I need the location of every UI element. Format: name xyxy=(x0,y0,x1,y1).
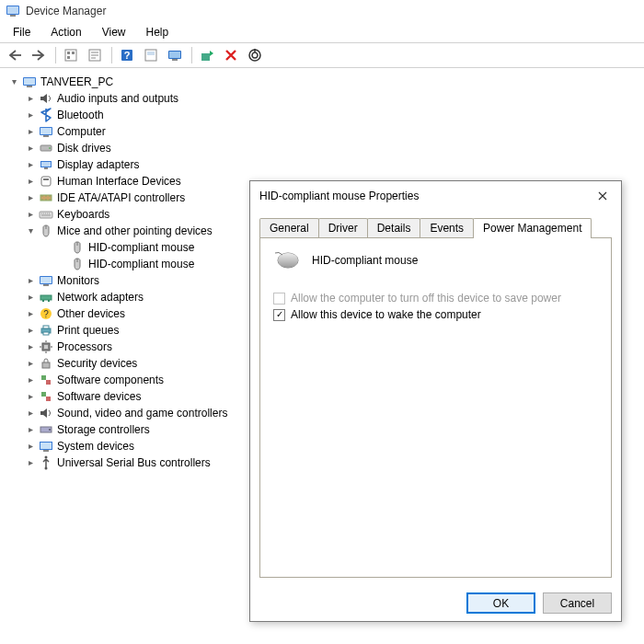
tree-node-display[interactable]: ▸Display adapters xyxy=(4,156,640,173)
tree-node-label: Disk drives xyxy=(57,140,111,156)
svg-rect-53 xyxy=(40,443,52,449)
tree-node-label: IDE ATA/ATAPI controllers xyxy=(57,190,185,206)
tree-node-audio[interactable]: ▸Audio inputs and outputs xyxy=(4,90,640,107)
menu-file[interactable]: File xyxy=(4,24,40,40)
tree-root[interactable]: ▾ TANVEER_PC xyxy=(4,74,640,90)
properties-dialog: HID-compliant mouse Properties General D… xyxy=(249,180,622,622)
speaker-icon xyxy=(39,91,53,106)
tab-events[interactable]: Events xyxy=(420,218,474,237)
close-button[interactable] xyxy=(592,187,614,205)
svg-rect-37 xyxy=(48,300,50,302)
tree-node-label: Mice and other pointing devices xyxy=(57,223,213,239)
disable-button[interactable] xyxy=(244,45,266,65)
svg-point-55 xyxy=(45,456,48,459)
svg-rect-4 xyxy=(67,52,70,54)
chevron-down-icon[interactable]: ▾ xyxy=(24,223,37,239)
cancel-button[interactable]: Cancel xyxy=(543,592,612,614)
svg-point-58 xyxy=(278,253,298,268)
svg-text:?: ? xyxy=(124,50,131,61)
tree-node-computer[interactable]: ▸Computer xyxy=(4,123,640,140)
tree-node-label: Security devices xyxy=(57,355,137,372)
tab-driver[interactable]: Driver xyxy=(318,218,368,237)
tree-node-label: Computer xyxy=(57,123,106,140)
svg-rect-35 xyxy=(40,295,52,300)
chevron-right-icon[interactable]: ▸ xyxy=(24,107,37,123)
svg-point-56 xyxy=(45,467,48,470)
mouse-icon xyxy=(39,224,53,238)
ok-button[interactable]: OK xyxy=(466,592,535,614)
svg-rect-22 xyxy=(43,135,49,137)
tab-general[interactable]: General xyxy=(259,218,319,237)
update-driver-button[interactable] xyxy=(196,45,218,65)
chevron-right-icon[interactable]: ▸ xyxy=(24,289,37,305)
chevron-right-icon[interactable]: ▸ xyxy=(24,322,37,339)
tree-node-label: Network adapters xyxy=(57,289,144,305)
tab-details[interactable]: Details xyxy=(367,218,421,237)
chevron-right-icon[interactable]: ▸ xyxy=(24,156,37,173)
tree-node-label: HID-compliant mouse xyxy=(88,239,194,256)
uninstall-button[interactable] xyxy=(220,45,242,65)
svg-text:?: ? xyxy=(43,309,49,319)
tab-strip: General Driver Details Events Power Mana… xyxy=(259,218,612,238)
nav-forward-button[interactable] xyxy=(28,45,50,65)
speaker-icon xyxy=(39,406,53,420)
menu-view[interactable]: View xyxy=(93,24,135,40)
tree-node-bluetooth[interactable]: ▸Bluetooth xyxy=(4,107,640,123)
tree-node-label: Sound, video and game controllers xyxy=(57,405,227,421)
tree-node-disk[interactable]: ▸Disk drives xyxy=(4,140,640,156)
chevron-right-icon[interactable]: ▸ xyxy=(24,355,37,372)
dialog-title: HID-compliant mouse Properties xyxy=(259,190,419,202)
chevron-right-icon[interactable]: ▸ xyxy=(24,305,37,322)
chevron-right-icon[interactable]: ▸ xyxy=(24,123,37,140)
chevron-right-icon[interactable]: ▸ xyxy=(24,90,37,107)
chevron-right-icon[interactable]: ▸ xyxy=(24,388,37,405)
device-header: HID-compliant mouse xyxy=(273,249,598,271)
tab-power-management[interactable]: Power Management xyxy=(473,218,592,238)
keyboard-icon xyxy=(39,207,53,222)
svg-rect-14 xyxy=(172,59,178,61)
svg-rect-29 xyxy=(43,178,49,180)
disk-icon xyxy=(39,141,53,155)
help-button[interactable]: ? xyxy=(116,45,138,65)
svg-rect-54 xyxy=(43,450,49,452)
display-adapter-icon xyxy=(39,157,53,172)
chevron-right-icon[interactable]: ▸ xyxy=(24,405,37,421)
chevron-right-icon[interactable]: ▸ xyxy=(24,206,37,223)
monitor-button[interactable] xyxy=(164,45,186,65)
scan-button[interactable] xyxy=(140,45,162,65)
chevron-right-icon[interactable]: ▸ xyxy=(24,454,37,471)
chevron-right-icon[interactable]: ▸ xyxy=(24,438,37,454)
toolbar: ? xyxy=(0,42,644,68)
tree-node-label: Bluetooth xyxy=(57,107,104,123)
title-bar: Device Manager xyxy=(0,0,644,22)
chevron-right-icon[interactable]: ▸ xyxy=(24,190,37,206)
chevron-down-icon[interactable]: ▾ xyxy=(7,74,20,90)
component-icon xyxy=(39,389,53,404)
menu-action[interactable]: Action xyxy=(41,24,90,40)
chevron-right-icon[interactable]: ▸ xyxy=(24,421,37,438)
dialog-title-bar[interactable]: HID-compliant mouse Properties xyxy=(250,181,621,211)
svg-point-24 xyxy=(49,147,51,149)
menu-bar: File Action View Help xyxy=(0,22,644,42)
checkbox-allow-wake[interactable]: ✓ Allow this device to wake the computer xyxy=(273,308,598,321)
tree-node-label: Audio inputs and outputs xyxy=(57,90,178,107)
mouse-icon xyxy=(70,240,85,255)
chevron-right-icon[interactable]: ▸ xyxy=(24,339,37,355)
nav-back-button[interactable] xyxy=(4,45,26,65)
usb-icon xyxy=(39,455,53,470)
svg-rect-41 xyxy=(43,326,49,328)
properties-button[interactable] xyxy=(84,45,106,65)
menu-help[interactable]: Help xyxy=(137,24,178,40)
tab-panel-power: HID-compliant mouse Allow the computer t… xyxy=(259,238,612,578)
chevron-right-icon[interactable]: ▸ xyxy=(24,372,37,388)
security-icon xyxy=(39,356,53,371)
show-hidden-button[interactable] xyxy=(60,45,82,65)
chevron-right-icon[interactable]: ▸ xyxy=(24,272,37,289)
chevron-right-icon[interactable]: ▸ xyxy=(24,173,37,190)
bluetooth-icon xyxy=(39,108,53,122)
svg-rect-11 xyxy=(147,52,155,55)
chevron-right-icon[interactable]: ▸ xyxy=(24,140,37,156)
checkbox-icon xyxy=(273,293,285,305)
hid-icon xyxy=(39,174,53,189)
tree-root-label: TANVEER_PC xyxy=(40,74,113,90)
